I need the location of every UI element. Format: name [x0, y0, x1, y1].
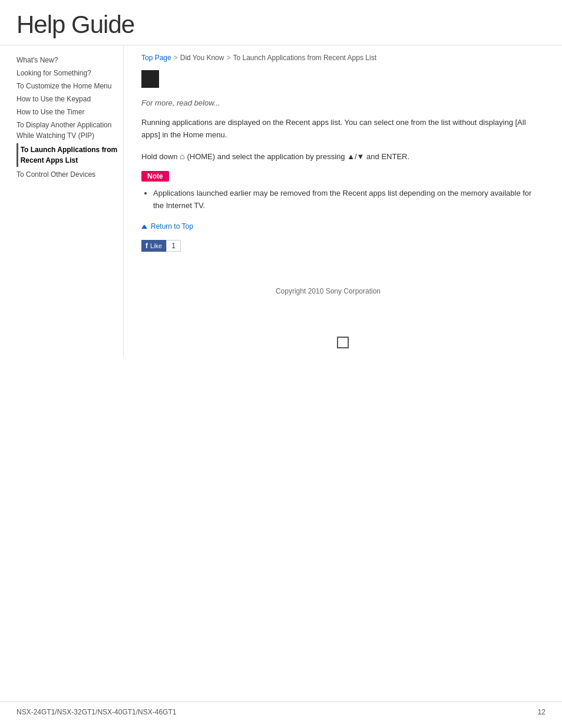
- sidebar-item-pip[interactable]: To Display Another Application While Wat…: [16, 118, 123, 142]
- sidebar-item-keypad[interactable]: How to Use the Keypad: [16, 93, 123, 106]
- like-area: f Like 1: [141, 240, 538, 252]
- breadcrumb-sep-1: >: [174, 54, 178, 62]
- copyright-text: Copyright 2010 Sony Corporation: [141, 287, 538, 295]
- para2-prefix: Hold down: [141, 152, 177, 161]
- footer-model: NSX-24GT1/NSX-32GT1/NSX-40GT1/NSX-46GT1: [16, 708, 176, 716]
- sidebar-active-item[interactable]: To Launch Applications from Recent Apps …: [16, 143, 123, 167]
- note-badge: Note: [141, 171, 169, 182]
- breadcrumb-sep-2: >: [226, 54, 230, 62]
- breadcrumb: Top Page > Did You Know > To Launch Appl…: [141, 54, 538, 62]
- footer-page: 12: [538, 708, 546, 716]
- sidebar-item-whats-new[interactable]: What's New?: [16, 54, 123, 67]
- bullet-list: Applications launched earlier may be rem…: [153, 187, 538, 212]
- facebook-icon: f: [146, 242, 148, 250]
- return-to-top-link[interactable]: Return to Top: [141, 222, 193, 230]
- return-to-top-label: Return to Top: [151, 222, 193, 230]
- para2-home: (HOME) and select the application by pre…: [187, 152, 345, 161]
- para2-suffix: and ENTER.: [366, 152, 409, 161]
- intro-text: For more, read below...: [141, 98, 538, 107]
- up-down-arrows: ▲/▼: [347, 152, 366, 161]
- breadcrumb-top[interactable]: Top Page: [141, 54, 171, 62]
- body-para-1: Running applications are displayed on th…: [141, 117, 538, 141]
- footer: NSX-24GT1/NSX-32GT1/NSX-40GT1/NSX-46GT1 …: [0, 701, 562, 716]
- body-para-2: Hold down ⌂ (HOME) and select the applic…: [141, 150, 538, 163]
- page-title: Help Guide: [16, 11, 546, 39]
- like-label: Like: [150, 242, 162, 249]
- sidebar-item-timer[interactable]: How to Use the Timer: [16, 106, 123, 118]
- home-icon: ⌂: [180, 151, 187, 161]
- bottom-square-image: [337, 337, 349, 348]
- sidebar-item-recent-apps[interactable]: To Launch Applications from Recent Apps …: [21, 143, 123, 167]
- content-area: Top Page > Did You Know > To Launch Appl…: [124, 45, 562, 357]
- main-layout: What's New? Looking for Something? To Cu…: [0, 45, 562, 357]
- like-button[interactable]: f Like: [141, 240, 166, 252]
- breadcrumb-current: To Launch Applications from Recent Apps …: [233, 54, 376, 62]
- return-arrow-icon: [141, 225, 147, 229]
- active-bar: [16, 143, 18, 167]
- breadcrumb-did-you-know: Did You Know: [180, 54, 224, 62]
- sidebar-item-customize[interactable]: To Customize the Home Menu: [16, 80, 123, 93]
- sidebar-item-control[interactable]: To Control Other Devices: [16, 168, 123, 181]
- header: Help Guide: [0, 0, 562, 45]
- bullet-item-1: Applications launched earlier may be rem…: [153, 187, 538, 212]
- sidebar-item-looking[interactable]: Looking for Something?: [16, 67, 123, 80]
- sidebar: What's New? Looking for Something? To Cu…: [0, 45, 124, 357]
- content-image: [141, 70, 159, 88]
- like-count: 1: [166, 240, 181, 252]
